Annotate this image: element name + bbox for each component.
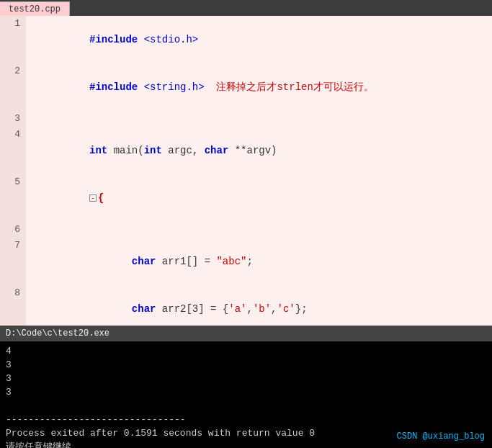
table-row: 1 #include <stdio.h> bbox=[0, 16, 492, 63]
line-number: 1 bbox=[0, 16, 26, 63]
fn-main: main( bbox=[114, 145, 144, 156]
line-number: 5 bbox=[0, 174, 26, 222]
param-argv: **argv) bbox=[228, 145, 277, 156]
table-row: 7 char arr1[] = "abc"; bbox=[0, 238, 492, 285]
char-b: 'b' bbox=[253, 303, 271, 315]
table-row: 3 bbox=[0, 111, 492, 127]
code-line bbox=[26, 111, 492, 127]
keyword-char1: char bbox=[132, 256, 156, 267]
line-number: 6 bbox=[0, 222, 26, 238]
file-tab[interactable]: test20.cpp bbox=[0, 1, 70, 16]
keyword-char: char bbox=[205, 145, 229, 156]
tab-bar: test20.cpp bbox=[0, 0, 492, 16]
char-c: 'c' bbox=[277, 303, 295, 315]
separator: -------------------------------- bbox=[6, 413, 486, 426]
code-line[interactable]: int main(int argc, char **argv) bbox=[26, 127, 492, 174]
code-line[interactable]: #include <string.h> 注释掉之后才strlen才可以运行。 bbox=[26, 63, 492, 111]
string-abc: "abc" bbox=[216, 256, 246, 267]
keyword-int: int bbox=[89, 145, 107, 156]
terminal[interactable]: 4 3 3 3 --------------------------------… bbox=[0, 341, 492, 448]
keyword-include: #include bbox=[89, 34, 138, 45]
code-table: 1 #include <stdio.h> 2 #include <string.… bbox=[0, 16, 492, 326]
output-line-2: 3 bbox=[6, 358, 486, 372]
comma1: , bbox=[246, 303, 252, 315]
arr2-decl: arr2[3] = { bbox=[156, 303, 228, 315]
line-number: 4 bbox=[0, 127, 26, 174]
keyword-int2: int bbox=[144, 145, 162, 156]
code-line[interactable]: char arr1[] = "abc"; bbox=[26, 238, 492, 285]
table-row: 5 -{ bbox=[0, 174, 492, 222]
output-line-4: 3 bbox=[6, 385, 486, 399]
line-number: 2 bbox=[0, 63, 26, 111]
semicolon1: ; bbox=[246, 256, 252, 267]
code-editor: 1 #include <stdio.h> 2 #include <string.… bbox=[0, 16, 492, 326]
keyword-char2: char bbox=[132, 303, 156, 315]
keyword-include2: #include bbox=[89, 81, 138, 93]
param-argc: argc, bbox=[162, 145, 205, 156]
tab-label: test20.cpp bbox=[9, 4, 61, 14]
arr1-decl: arr1[] = bbox=[156, 256, 216, 267]
code-line[interactable]: char arr2[3] = {'a','b','c'}; bbox=[26, 285, 492, 326]
header-stdio: <stdio.h> bbox=[144, 34, 199, 45]
separator-line bbox=[6, 399, 486, 413]
comment-annotation: 注释掉之后才strlen才可以运行。 bbox=[216, 81, 373, 93]
code-line bbox=[26, 222, 492, 238]
code-line[interactable]: #include <stdio.h> bbox=[26, 16, 492, 63]
header-string: <string.h> bbox=[144, 81, 205, 93]
csdn-badge: CSDN @uxiang_blog bbox=[397, 430, 485, 444]
table-row: 2 #include <string.h> 注释掉之后才strlen才可以运行。 bbox=[0, 63, 492, 111]
comma2: , bbox=[271, 303, 277, 315]
line-number: 8 bbox=[0, 285, 26, 326]
table-row: 6 bbox=[0, 222, 492, 238]
code-line[interactable]: -{ bbox=[26, 174, 492, 222]
collapse-icon[interactable]: - bbox=[89, 194, 97, 202]
table-row: 8 char arr2[3] = {'a','b','c'}; bbox=[0, 285, 492, 326]
terminal-path: D:\Code\c\test20.exe bbox=[6, 328, 109, 339]
close-init: }; bbox=[295, 303, 308, 315]
char-a: 'a' bbox=[228, 303, 246, 315]
line-number: 3 bbox=[0, 111, 26, 127]
output-line-3: 3 bbox=[6, 372, 486, 385]
line-number: 7 bbox=[0, 238, 26, 285]
terminal-bar: D:\Code\c\test20.exe bbox=[0, 326, 492, 341]
table-row: 4 int main(int argc, char **argv) bbox=[0, 127, 492, 174]
output-line-1: 4 bbox=[6, 344, 486, 358]
open-brace: { bbox=[98, 192, 104, 204]
